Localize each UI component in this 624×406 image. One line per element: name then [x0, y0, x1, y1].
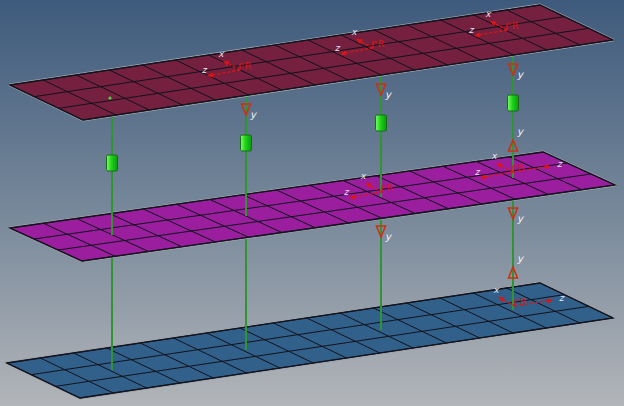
connector-box-marker[interactable]	[508, 95, 519, 111]
system-type-label: R	[387, 183, 393, 193]
system-type-label: R	[518, 163, 524, 173]
model-canvas: yyyyyyyxzRxzRxzRxzRxzzRxzR	[0, 0, 624, 406]
modeling-viewport[interactable]: yyyyyyyxzRxzRxzRxzRxzzRxzR	[0, 0, 624, 406]
connector-box-marker[interactable]	[376, 115, 387, 131]
system-type-label: R	[520, 297, 526, 307]
node-dot	[108, 96, 111, 99]
system-type-label: R	[512, 21, 518, 31]
connector-box-marker[interactable]	[107, 155, 118, 171]
system-type-label: R	[245, 61, 251, 71]
connector-box-marker[interactable]	[241, 135, 252, 151]
system-type-label: R	[378, 39, 384, 49]
